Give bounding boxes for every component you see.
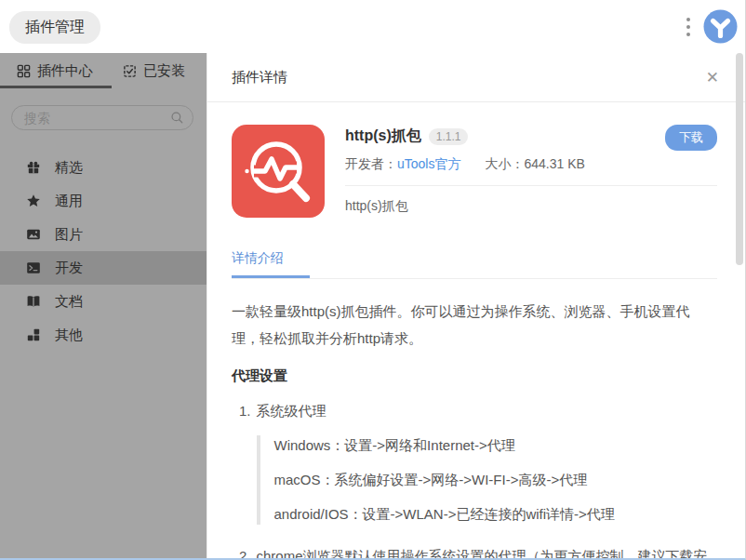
- plugin-version-badge: 1.1.1: [429, 128, 469, 145]
- list-number: 1.: [239, 398, 251, 528]
- divider: [345, 185, 717, 186]
- plugin-meta: 开发者：uTools官方大小：644.31 KB: [345, 156, 717, 173]
- utools-logo-icon[interactable]: [703, 9, 738, 44]
- sidebar-item-label: 精选: [55, 159, 83, 177]
- plugin-info: http(s)抓包 1.1.1 开发者：uTools官方大小：644.31 KB…: [345, 125, 717, 218]
- page-title: 插件管理: [9, 11, 100, 44]
- detail-header: 插件详情 ✕: [207, 53, 745, 102]
- sidebar-item-images[interactable]: 图片: [0, 218, 206, 251]
- tab-plugin-center[interactable]: 插件中心: [0, 53, 106, 88]
- sidebar-item-docs[interactable]: 文档: [0, 285, 206, 318]
- list-number: 2.: [239, 543, 251, 560]
- sidebar-item-general[interactable]: 通用: [0, 184, 206, 218]
- sidebar-item-featured[interactable]: 精选: [0, 151, 206, 184]
- sidebar-tabbar: 插件中心 已安装: [0, 53, 206, 88]
- sidebar-item-dev[interactable]: 开发: [0, 251, 206, 285]
- detail-title: 插件详情: [232, 69, 287, 87]
- list-item-text: chrome浏览器默认使用操作系统设置的代理（为更方便控制，建议下载安装一个可配…: [257, 548, 708, 560]
- grid-icon: [17, 64, 31, 78]
- gift-icon: [25, 160, 41, 175]
- developer-label: 开发者：: [345, 156, 397, 171]
- plugin-detail-drawer: 插件详情 ✕ 下载: [206, 53, 745, 558]
- star-icon: [25, 193, 41, 208]
- plugin-intro-paragraph: 一款轻量级http(s)抓包插件。你可以通过为操作系统、浏览器、手机设置代理，轻…: [232, 298, 717, 352]
- image-icon: [25, 227, 41, 242]
- close-icon[interactable]: ✕: [706, 70, 719, 86]
- detail-tabs: 详情介绍: [232, 249, 717, 279]
- developer-link[interactable]: uTools官方: [397, 156, 460, 171]
- tab-plugin-center-label: 插件中心: [37, 62, 93, 80]
- sidebar-item-others[interactable]: 其他: [0, 318, 206, 352]
- kebab-menu-icon[interactable]: [683, 12, 694, 42]
- tab-installed-label: 已安装: [143, 62, 185, 80]
- download-button[interactable]: 下载: [665, 125, 717, 151]
- category-list: 精选 通用: [0, 151, 206, 352]
- sidebar: 插件中心 已安装: [0, 53, 206, 558]
- tab-details-intro[interactable]: 详情介绍: [232, 250, 310, 278]
- topbar: 插件管理: [0, 0, 745, 53]
- sidebar-item-label: 文档: [55, 293, 83, 311]
- terminal-icon: [25, 260, 41, 275]
- plugin-name: http(s)抓包: [345, 127, 421, 146]
- search-input[interactable]: [11, 105, 193, 130]
- plugin-summary-card: http(s)抓包 1.1.1 开发者：uTools官方大小：644.31 KB…: [232, 125, 717, 218]
- plugin-app-icon: [232, 125, 325, 218]
- sidebar-item-label: 其他: [55, 327, 83, 344]
- system-proxy-quote: Windows：设置->网络和Internet->代理 macOS：系统偏好设置…: [257, 435, 717, 525]
- detail-body: 下载 http(s)抓包 1.: [207, 102, 745, 560]
- section-title-proxy-settings: 代理设置: [232, 367, 717, 385]
- checkbox-icon: [123, 64, 137, 78]
- topbar-controls: [683, 9, 738, 44]
- quote-line-android: android/IOS：设置->WLAN->已经连接的wifi详情->代理: [274, 504, 717, 525]
- sidebar-item-label: 图片: [55, 226, 83, 244]
- search-box: [11, 105, 193, 130]
- tab-installed[interactable]: 已安装: [106, 53, 198, 88]
- quote-line-macos: macOS：系统偏好设置->网络->WI-FI->高级->代理: [274, 470, 717, 490]
- blocks-icon: [25, 327, 41, 342]
- list-item-text: 系统级代理: [257, 403, 326, 419]
- sidebar-item-label: 通用: [55, 193, 83, 210]
- search-icon: [170, 111, 184, 128]
- scrollbar-thumb[interactable]: [736, 53, 743, 265]
- sidebar-item-label: 开发: [55, 260, 83, 277]
- proxy-steps-list: 1. 系统级代理 Windows：设置->网络和Internet->代理 mac…: [232, 398, 717, 560]
- size-label: 大小：: [485, 156, 524, 171]
- plugin-summary: http(s)抓包: [345, 198, 717, 215]
- list-item: 1. 系统级代理 Windows：设置->网络和Internet->代理 mac…: [232, 398, 717, 528]
- main-area: 插件中心 已安装: [0, 53, 745, 558]
- list-item: 2. chrome浏览器默认使用操作系统设置的代理（为更方便控制，建议下载安装一…: [232, 543, 717, 560]
- quote-line-windows: Windows：设置->网络和Internet->代理: [274, 435, 717, 456]
- book-icon: [25, 294, 41, 309]
- plugin-manager-window: 插件管理: [0, 0, 746, 560]
- plugin-size: 644.31 KB: [524, 156, 584, 171]
